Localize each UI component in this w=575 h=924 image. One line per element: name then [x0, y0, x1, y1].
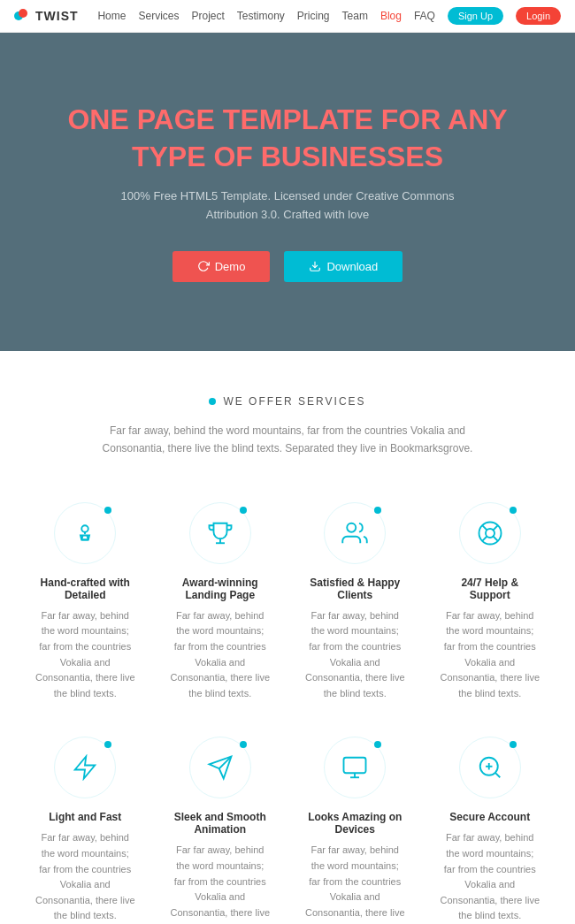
- nav-project[interactable]: Project: [191, 10, 224, 22]
- service-desc-2: Far far away, behind the word mountains;…: [171, 608, 271, 702]
- brand: TWIST: [14, 9, 79, 23]
- trophy-icon: [207, 520, 234, 546]
- service-item-6: Sleek and Smooth Animation Far far away,…: [162, 728, 280, 924]
- hero-title-highlight: BUSINESSES: [261, 141, 443, 172]
- service-title-3: Satisfied & Happy Clients: [305, 577, 405, 601]
- svg-line-9: [493, 525, 497, 530]
- brand-dot-red: [19, 9, 27, 18]
- service-icon-wrap-2: [189, 502, 251, 564]
- service-icon-wrap-1: [54, 502, 116, 564]
- service-dot-3: [374, 507, 381, 514]
- download-button[interactable]: Download: [284, 251, 402, 282]
- service-dot-2: [240, 507, 247, 514]
- nav-faq[interactable]: FAQ: [414, 10, 435, 22]
- nav-blog[interactable]: Blog: [380, 10, 402, 22]
- section-description: Far far away, behind the word mountains,…: [102, 422, 473, 458]
- services-grid: Hand-crafted with Detailed Far far away,…: [27, 493, 548, 924]
- service-desc-1: Far far away, behind the word mountains;…: [35, 608, 135, 702]
- hero-title: ONE PAGE TEMPLATE FOR ANY TYPE OF BUSINE…: [67, 102, 507, 175]
- service-dot-4: [510, 507, 517, 514]
- nav-services[interactable]: Services: [138, 10, 179, 22]
- section-label: WE OFFER SERVICES: [27, 395, 548, 408]
- svg-line-3: [88, 535, 88, 539]
- handcraft-icon: [72, 520, 98, 546]
- service-item-2: Award-winning Landing Page Far far away,…: [162, 493, 280, 711]
- service-icon-wrap-8: [459, 737, 521, 798]
- service-dot-7: [374, 741, 381, 748]
- search-icon: [477, 754, 503, 781]
- hero-section: ONE PAGE TEMPLATE FOR ANY TYPE OF BUSINE…: [0, 33, 575, 351]
- services-section: WE OFFER SERVICES Far far away, behind t…: [0, 351, 575, 924]
- nav-links: Home Services Project Testimony Pricing …: [97, 7, 561, 25]
- svg-line-2: [82, 535, 83, 539]
- users-icon: [341, 520, 368, 546]
- service-desc-7: Far far away, behind the word mountains;…: [305, 843, 405, 924]
- service-title-5: Light and Fast: [49, 811, 121, 823]
- login-button[interactable]: Login: [516, 7, 561, 25]
- hero-subtitle: 100% Free HTML5 Template. Licensed under…: [111, 187, 464, 225]
- navbar: TWIST Home Services Project Testimony Pr…: [0, 0, 575, 33]
- service-title-1: Hand-crafted with Detailed: [35, 577, 135, 601]
- nav-team[interactable]: Team: [342, 10, 368, 22]
- service-icon-wrap-4: [459, 502, 521, 564]
- svg-rect-14: [344, 758, 366, 774]
- svg-line-8: [493, 536, 497, 540]
- service-title-7: Looks Amazing on Devices: [305, 811, 405, 836]
- service-desc-4: Far far away, behind the word mountains;…: [441, 608, 540, 702]
- download-icon: [309, 260, 321, 272]
- signup-button[interactable]: Sign Up: [448, 7, 503, 25]
- service-item-3: Satisfied & Happy Clients Far far away, …: [296, 493, 414, 711]
- service-title-2: Award-winning Landing Page: [171, 577, 271, 601]
- nav-pricing[interactable]: Pricing: [297, 10, 330, 22]
- service-dot-6: [240, 741, 247, 748]
- service-desc-5: Far far away, behind the word mountains;…: [35, 830, 135, 924]
- section-dot: [209, 398, 216, 405]
- svg-point-6: [486, 529, 494, 538]
- service-title-8: Secure Account: [449, 811, 530, 823]
- service-item-8: Secure Account Far far away, behind the …: [432, 728, 549, 924]
- service-desc-6: Far far away, behind the word mountains;…: [171, 843, 271, 924]
- service-dot-8: [510, 741, 517, 748]
- service-icon-wrap-5: [54, 737, 116, 798]
- svg-line-18: [495, 773, 500, 777]
- svg-marker-11: [75, 757, 96, 779]
- refresh-icon: [197, 260, 210, 272]
- hero-buttons: Demo Download: [172, 251, 403, 282]
- service-item-7: Looks Amazing on Devices Far far away, b…: [296, 728, 414, 924]
- service-icon-wrap-6: [189, 737, 251, 798]
- svg-point-1: [82, 525, 89, 532]
- paperplane-icon: [207, 754, 234, 781]
- service-item-4: 24/7 Help & Support Far far away, behind…: [432, 493, 549, 711]
- service-desc-8: Far far away, behind the word mountains;…: [441, 830, 540, 924]
- bolt-icon: [72, 754, 98, 781]
- service-icon-wrap-7: [324, 737, 386, 798]
- service-dot-5: [104, 741, 111, 748]
- service-item-5: Light and Fast Far far away, behind the …: [27, 728, 144, 924]
- service-icon-wrap-3: [324, 502, 386, 564]
- lifering-icon: [477, 520, 503, 546]
- service-item-1: Hand-crafted with Detailed Far far away,…: [27, 493, 144, 711]
- brand-name: TWIST: [35, 9, 79, 23]
- svg-line-7: [482, 525, 487, 530]
- service-title-6: Sleek and Smooth Animation: [171, 811, 271, 836]
- section-title: WE OFFER SERVICES: [223, 395, 365, 408]
- monitor-icon: [341, 754, 368, 781]
- nav-home[interactable]: Home: [97, 10, 126, 22]
- service-title-4: 24/7 Help & Support: [441, 577, 540, 601]
- service-dot-1: [104, 507, 111, 514]
- demo-button[interactable]: Demo: [172, 251, 271, 282]
- nav-testimony[interactable]: Testimony: [237, 10, 285, 22]
- service-desc-3: Far far away, behind the word mountains;…: [305, 608, 405, 702]
- svg-line-10: [482, 536, 487, 540]
- svg-point-4: [348, 523, 356, 532]
